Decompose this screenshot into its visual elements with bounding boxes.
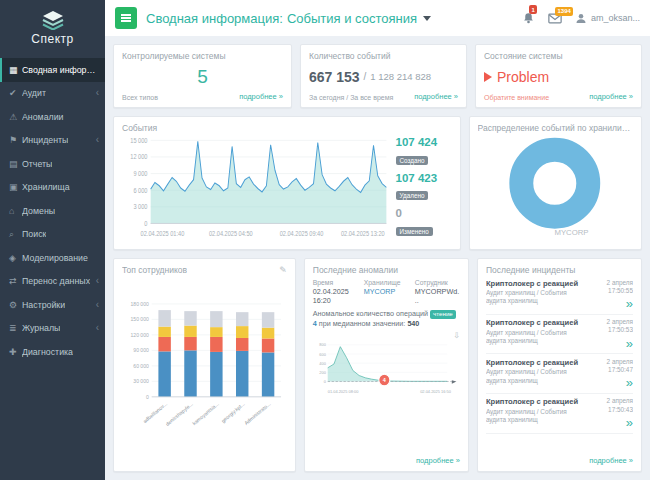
domains-icon: ⌂ — [9, 206, 22, 216]
svg-text:kamoyantsia...: kamoyantsia... — [191, 401, 220, 427]
sidebar-item-label: Моделирование — [22, 253, 88, 263]
card-monitored-systems: Контролируемые системы 5 Всех типов подр… — [113, 44, 292, 108]
settings-icon: ⚙ — [9, 300, 22, 310]
svg-text:02.04.2025 13:20: 02.04.2025 13:20 — [341, 230, 385, 236]
stat-value: 107 423 — [396, 172, 452, 185]
card-title: Состояние системы — [484, 51, 633, 61]
svg-text:60 000: 60 000 — [133, 363, 149, 369]
summary-icon: ▦ — [9, 65, 22, 75]
topbar-actions: 1 1394 am_oksan... — [522, 11, 640, 25]
messages-badge: 1394 — [555, 7, 573, 16]
sidebar-item-incidents[interactable]: ⚑Инциденты‹ — [0, 129, 105, 153]
sidebar-item-domains[interactable]: ⌂Домены — [0, 199, 105, 223]
card-title: Топ сотрудников — [122, 265, 187, 275]
incidents-more-link[interactable]: подробнее » — [589, 456, 633, 465]
svg-text:12 000: 12 000 — [130, 154, 148, 160]
incident-date: 2 апреля 17:50:55 — [591, 279, 633, 296]
open-incident-icon[interactable]: » — [626, 416, 633, 429]
edit-icon[interactable]: ✎ — [279, 265, 287, 275]
sidebar-item-anomalies[interactable]: ⚠Аномалии — [0, 105, 105, 129]
sidebar-item-modeling[interactable]: ◈Моделирование — [0, 246, 105, 270]
incident-date: 2 апреля 17:50:53 — [591, 318, 633, 335]
user-icon — [575, 12, 587, 25]
page-title-dropdown[interactable]: Сводная информация: События и состояния — [146, 11, 431, 26]
incident-info: Криптолокер с реакциейАудит хранилищ / С… — [486, 318, 587, 350]
anomalies-more-link[interactable]: подробнее » — [416, 456, 460, 465]
sidebar-item-summary[interactable]: ▦Сводная информация — [0, 58, 105, 82]
svg-text:0: 0 — [146, 394, 149, 400]
sidebar-item-diagnostics[interactable]: ✚Диагностика — [0, 340, 105, 364]
anomaly-description: Аномальное количество операций чтение 4 … — [313, 309, 460, 330]
svg-text:0: 0 — [144, 221, 148, 227]
open-incident-icon[interactable]: » — [626, 337, 633, 350]
events-count-values: 667 153 / 1 128 214 828 — [309, 61, 458, 92]
distribution-chart-svg: MYCORP — [495, 133, 615, 243]
anomaly-time-value: 02.04.2025 16:20 — [313, 287, 358, 305]
svg-text:02.04.2025 09:40: 02.04.2025 09:40 — [280, 230, 324, 236]
incident-row[interactable]: Криптолокер с реакциейАудит хранилищ / С… — [486, 275, 633, 315]
status-more-link[interactable]: подробнее » — [589, 92, 633, 101]
svg-text:800: 800 — [319, 342, 326, 347]
card-top-employees: Топ сотрудников ✎ 030 00060 00090 000120… — [113, 258, 296, 472]
user-menu[interactable]: am_oksan... — [575, 12, 640, 25]
svg-text:150 000: 150 000 — [131, 316, 149, 322]
svg-text:30 000: 30 000 — [133, 378, 149, 384]
incident-meta: 2 апреля 17:50:47» — [591, 358, 633, 390]
open-incident-icon[interactable]: » — [626, 297, 633, 310]
svg-text:0: 0 — [323, 379, 326, 384]
sidebar-item-label: Диагностика — [22, 347, 73, 357]
systems-caption: Всех типов — [122, 94, 158, 101]
sidebar-item-reports[interactable]: ▤Отчеты — [0, 152, 105, 176]
card-events-chart: События 03 0006 0009 00012 00015 00002.0… — [113, 116, 461, 250]
event-stat: 107 424Создано — [396, 136, 452, 167]
caret-down-icon — [423, 16, 431, 21]
systems-more-link[interactable]: подробнее » — [239, 92, 283, 101]
events-stats: 107 424Создано107 423Удалено0Изменено — [396, 133, 452, 243]
incident-title: Криптолокер с реакцией — [486, 397, 587, 406]
app-logo[interactable]: Спектр — [0, 0, 105, 56]
svg-text:adbelllanov...: adbelllanov... — [142, 401, 168, 425]
incident-row[interactable]: Криптолокер с реакциейАудит хранилищ / С… — [486, 394, 633, 434]
sidebar-item-search[interactable]: ⌕Поиск — [0, 223, 105, 247]
card-title: Последние инциденты — [486, 265, 633, 275]
download-icon[interactable]: ⇩ — [453, 331, 460, 340]
open-incident-icon[interactable]: » — [626, 376, 633, 389]
svg-text:georgiy.kpt...: georgiy.kpt... — [220, 401, 246, 424]
sidebar-menu: ▦Сводная информация✔Аудит‹⚠Аномалии⚑Инци… — [0, 58, 105, 364]
top-employees-chart: 030 00060 00090 000120 000150 000180 000… — [122, 275, 287, 465]
card-last-incidents: Последние инциденты Криптолокер с реакци… — [477, 258, 642, 472]
sidebar: Спектр ▦Сводная информация✔Аудит‹⚠Аномал… — [0, 0, 105, 480]
sidebar-toggle-button[interactable] — [115, 7, 137, 29]
sidebar-item-transfer[interactable]: ⇄Перенос данных‹ — [0, 270, 105, 294]
incident-row[interactable]: Криптолокер с реакциейАудит хранилищ / С… — [486, 315, 633, 355]
svg-text:01.04.2025 08:00: 01.04.2025 08:00 — [327, 389, 358, 394]
incident-row[interactable]: Криптолокер с реакциейАудит хранилищ / С… — [486, 354, 633, 394]
sidebar-item-storages[interactable]: ▣Хранилища — [0, 176, 105, 200]
messages-button[interactable]: 1394 — [548, 13, 562, 24]
notifications-button[interactable]: 1 — [522, 11, 535, 25]
sidebar-item-journals[interactable]: ≣Журналы‹ — [0, 317, 105, 341]
event-stat: 0Изменено — [396, 207, 452, 238]
incidents-list: Криптолокер с реакциейАудит хранилищ / С… — [486, 275, 633, 456]
sidebar-item-settings[interactable]: ⚙Настройки‹ — [0, 293, 105, 317]
incident-meta: 2 апреля 17:50:55» — [591, 279, 633, 311]
page-subtitle-text: События и состояния — [287, 11, 417, 26]
incident-date: 2 апреля 17:50:47 — [591, 358, 633, 375]
operation-count: 4 — [313, 319, 317, 328]
operation-type-badge: чтение — [430, 310, 456, 320]
app-name: Спектр — [31, 32, 73, 46]
card-system-state: Состояние системы Problem Обратите внима… — [475, 44, 642, 108]
sidebar-item-audit[interactable]: ✔Аудит‹ — [0, 82, 105, 106]
storage-link[interactable]: MYCORP — [364, 287, 409, 296]
chevron-left-icon: ‹ — [96, 323, 99, 333]
incident-title: Криптолокер с реакцией — [486, 279, 587, 288]
median-value: 540 — [407, 319, 419, 328]
events-count-more-link[interactable]: подробнее » — [414, 92, 458, 101]
sidebar-item-label: Инциденты — [22, 135, 68, 145]
svg-text:9 000: 9 000 — [133, 171, 148, 177]
system-status: Problem — [484, 61, 633, 92]
modeling-icon: ◈ — [9, 253, 22, 263]
audit-icon: ✔ — [9, 88, 22, 98]
card-title: События — [122, 123, 452, 133]
page-title-text: Сводная информация: — [146, 11, 283, 26]
